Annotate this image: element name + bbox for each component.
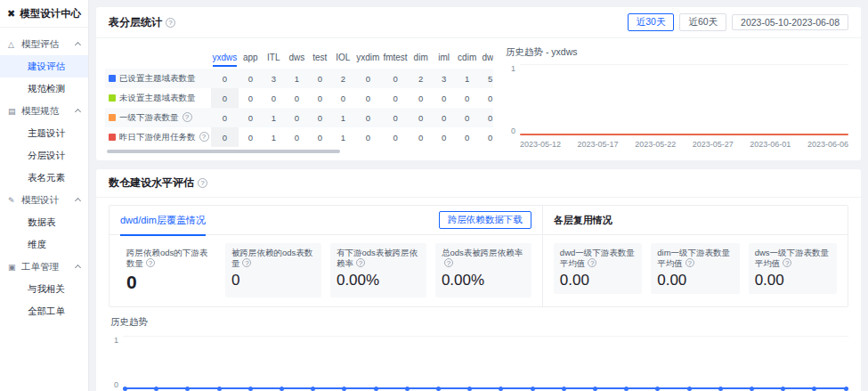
sidebar-group[interactable]: ✎模型设计 <box>0 189 88 211</box>
scrollbar-thumb[interactable] <box>107 150 340 153</box>
sidebar-group-label: 模型设计 <box>21 194 59 207</box>
table-cell: 2 <box>331 69 354 88</box>
warehouse-eval-body: dwd/dim层覆盖情况 跨层依赖数据下载 跨层依赖ods的下游表数量0被跨层依… <box>96 198 861 391</box>
table-cell: 0 <box>211 108 239 127</box>
date-range-picker[interactable]: 2023-05-10-2023-06-08 <box>732 14 848 30</box>
data-point-dot <box>374 387 378 391</box>
sidebar-item[interactable]: 维度 <box>0 233 88 256</box>
data-point-dot <box>844 387 848 391</box>
trend1-chart: 10 2023-05-122023-05-172023-05-222023-05… <box>506 64 848 149</box>
info-icon <box>783 258 791 267</box>
layer-table-column[interactable]: ITL <box>262 45 285 69</box>
sidebar-item[interactable]: 表名元素 <box>0 167 88 189</box>
metric-label: dws一级下游表数量平均值 <box>755 248 831 270</box>
layer-table-column[interactable]: dwd <box>479 45 493 69</box>
layer-table-column[interactable]: yxdim <box>354 45 381 69</box>
trend1-yaxis: 10 <box>506 64 520 135</box>
data-point-dot <box>185 387 190 391</box>
layer-table-column[interactable]: IOL <box>331 45 354 69</box>
data-point-dot <box>248 387 253 391</box>
metric-label-text: dws一级下游表数量平均值 <box>755 248 829 268</box>
sidebar-item[interactable]: 建设评估 <box>0 55 88 77</box>
metric-value: 0.00% <box>442 272 525 289</box>
data-point-dot <box>217 387 222 391</box>
layer-table-column[interactable]: yxdws <box>211 45 239 69</box>
axis-tick-label: 1 <box>109 336 118 345</box>
sidebar-item[interactable]: 全部工单 <box>0 300 88 322</box>
table-cell: 0 <box>308 108 331 127</box>
model-spec-icon: ▤ <box>8 107 18 116</box>
metric-label: dim一级下游表数量平均值 <box>657 248 733 270</box>
sidebar-group[interactable]: ▣工单管理 <box>0 256 88 278</box>
layer-table-column[interactable]: dim <box>410 45 433 69</box>
table-cell: 0 <box>354 88 381 108</box>
series-color-swatch <box>109 94 116 102</box>
table-cell: 0 <box>456 108 479 127</box>
info-icon <box>146 258 155 267</box>
table-cell: 0 <box>410 88 433 108</box>
chevron-up-icon <box>75 198 81 204</box>
range-button[interactable]: 近60天 <box>679 13 726 31</box>
row-label: 一级下游表数量 <box>119 112 179 122</box>
app-root: ✖ 模型设计中心 △模型评估建设评估规范检测▤模型规范主题设计分层设计表名元素✎… <box>0 0 868 391</box>
sidebar-item[interactable]: 规范检测 <box>0 77 88 100</box>
data-point-dot <box>467 387 472 391</box>
layer-table-column[interactable]: iml <box>433 45 456 69</box>
app-title: 模型设计中心 <box>20 7 81 20</box>
work-order-icon: ▣ <box>8 263 18 272</box>
sidebar-item[interactable]: 主题设计 <box>0 122 88 144</box>
axis-tick-label: 0 <box>506 126 515 135</box>
table-cell: 0 <box>239 69 262 88</box>
data-point-dot <box>812 387 816 391</box>
sidebar-item[interactable]: 与我相关 <box>0 278 88 300</box>
reuse-title: 各层复用情况 <box>554 214 612 227</box>
table-cell: 0 <box>211 127 239 147</box>
sidebar-item[interactable]: 数据表 <box>0 211 88 233</box>
layer-table-column[interactable]: fmtest <box>381 45 409 69</box>
table-cell: 0 <box>381 69 409 88</box>
sidebar-group[interactable]: ▤模型规范 <box>0 100 88 122</box>
axis-tick-label: 1 <box>506 64 515 73</box>
info-icon <box>183 112 192 122</box>
table-row: 昨日下游使用任务数001001000000 <box>105 127 493 147</box>
layer-table-column[interactable]: dws <box>285 45 308 69</box>
series-color-swatch <box>109 75 116 82</box>
range-button[interactable]: 近30天 <box>628 13 675 31</box>
layer-table-head-row: yxdwsappITLdwstestIOLyxdimfmtestdimimlcd… <box>105 45 493 69</box>
right-metrics: dwd一级下游表数量平均值0.00dim一级下游表数量平均值0.00dws一级下… <box>543 235 848 303</box>
row-label-cell: 一级下游表数量 <box>105 108 211 127</box>
row-label: 未设置主题域表数量 <box>119 93 196 102</box>
tab-dwd-dim-coverage[interactable]: dwd/dim层覆盖情况 <box>120 206 206 235</box>
series-color-swatch <box>109 114 116 121</box>
info-icon <box>199 132 209 142</box>
metric-value: 0.00 <box>657 272 733 289</box>
table-cell: 0 <box>308 127 331 147</box>
table-cell: 1 <box>262 108 285 127</box>
layer-table-column[interactable]: cdim <box>456 45 479 69</box>
sidebar-item[interactable]: 分层设计 <box>0 144 88 167</box>
metric-tile: 有下游ods表被跨层依赖率0.00% <box>330 243 426 297</box>
left-metrics: 跨层依赖ods的下游表数量0被跨层依赖的ods表数量0有下游ods表被跨层依赖率… <box>110 235 542 306</box>
table-cell: 0 <box>262 88 285 108</box>
data-point-dot <box>311 387 315 391</box>
metric-label-text: dwd一级下游表数量平均值 <box>560 248 635 268</box>
model-eval-icon: △ <box>8 40 18 49</box>
reuse-panel: 各层复用情况 dwd一级下游表数量平均值0.00dim一级下游表数量平均值0.0… <box>542 206 848 306</box>
table-row: 未设置主题域表数量000000000000 <box>105 88 493 108</box>
axis-tick-label: 2023-06-01 <box>750 140 791 149</box>
warehouse-eval-title: 数仓建设水平评估 <box>109 175 194 191</box>
table-cell: 5 <box>479 69 493 88</box>
table-cell: 0 <box>308 88 331 108</box>
table-cell: 0 <box>433 108 456 127</box>
table-cell: 0 <box>381 127 409 147</box>
table-cell: 0 <box>479 88 493 108</box>
download-button[interactable]: 跨层依赖数据下载 <box>439 211 531 229</box>
table-row: 已设置主题域表数量003102002315 <box>105 69 493 88</box>
sidebar-group[interactable]: △模型评估 <box>0 33 88 55</box>
table-cell: 0 <box>354 69 381 88</box>
layer-table-column[interactable]: app <box>239 45 262 69</box>
horizontal-scrollbar[interactable] <box>105 150 493 153</box>
layer-table-column[interactable]: test <box>308 45 331 69</box>
app-header: ✖ 模型设计中心 <box>0 0 88 28</box>
info-icon <box>356 258 365 267</box>
